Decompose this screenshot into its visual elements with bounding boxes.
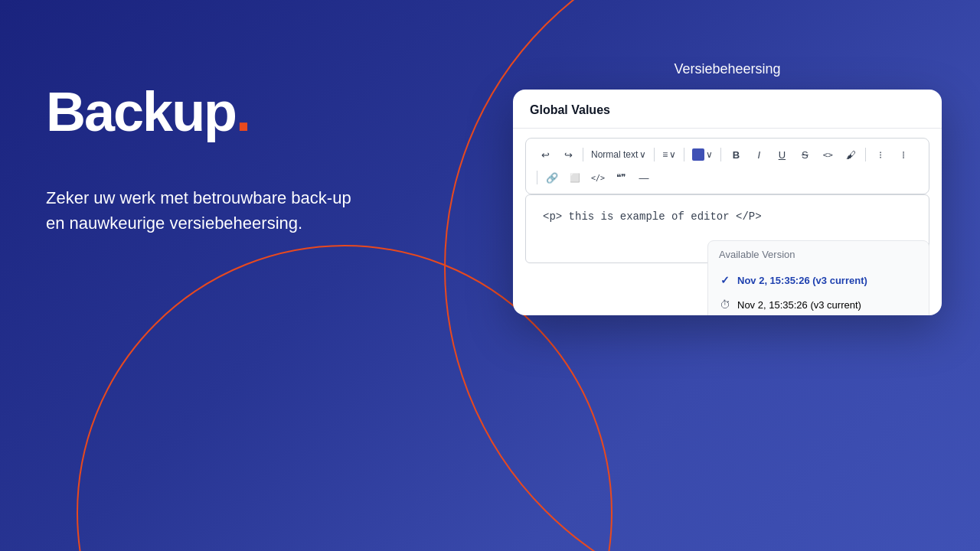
version-item-2[interactable]: ⏱ Nov 2, 15:35:26 (v3 current) bbox=[708, 292, 929, 315]
brand-dot: . bbox=[236, 81, 250, 142]
color-chevron-icon: ∨ bbox=[706, 149, 713, 160]
code-block-button[interactable]: </> bbox=[588, 168, 608, 187]
toolbar-sep-1 bbox=[583, 148, 583, 161]
underline-button[interactable]: U bbox=[772, 145, 792, 165]
brand-subtitle: Zeker uw werk met betrouwbare back-up en… bbox=[46, 185, 351, 236]
format-dropdown-label: Normal text bbox=[591, 149, 638, 160]
editor-header: Global Values bbox=[513, 90, 942, 129]
bold-button[interactable]: B bbox=[726, 145, 746, 165]
align-dropdown[interactable]: ≡ ∨ bbox=[659, 148, 679, 161]
format-dropdown[interactable]: Normal text ∨ bbox=[588, 148, 649, 161]
bullet-list-button[interactable]: ⁝ bbox=[871, 145, 890, 165]
version-item-1[interactable]: ✓ Nov 2, 15:35:26 (v3 current) bbox=[708, 268, 929, 292]
image-button[interactable]: ⬜ bbox=[565, 168, 585, 187]
link-button[interactable]: 🔗 bbox=[542, 168, 562, 187]
color-picker[interactable]: ∨ bbox=[689, 147, 716, 162]
strikethrough-button[interactable]: S bbox=[795, 145, 815, 165]
versie-label: Versiebeheersing bbox=[513, 61, 942, 77]
code-inline-button[interactable]: <> bbox=[818, 145, 838, 165]
toolbar-sep-4 bbox=[720, 148, 721, 161]
toolbar-sep-5 bbox=[865, 148, 866, 161]
version-overlay: Available Version ✓ Nov 2, 15:35:26 (v3 … bbox=[707, 240, 929, 315]
brand-name: Backup bbox=[46, 81, 236, 142]
subtitle-line2: en nauwkeurige versiebeheersing. bbox=[46, 214, 302, 233]
ordered-list-button[interactable]: ⁞ bbox=[893, 145, 913, 165]
version-item-2-label: Nov 2, 15:35:26 (v3 current) bbox=[737, 299, 861, 311]
toolbar-sep-3 bbox=[684, 148, 684, 161]
align-chevron-icon: ∨ bbox=[669, 149, 676, 160]
undo-button[interactable]: ↩ bbox=[535, 145, 555, 165]
editor-toolbar: ↩ ↪ Normal text ∨ ≡ ∨ ∨ B I U S <> 🖌 bbox=[525, 138, 929, 194]
version-item-1-label: Nov 2, 15:35:26 (v3 current) bbox=[737, 275, 867, 286]
toolbar-sep-6 bbox=[537, 171, 537, 184]
color-box bbox=[692, 148, 704, 161]
editor-title: Global Values bbox=[530, 103, 925, 117]
align-icon: ≡ bbox=[662, 149, 668, 160]
paint-button[interactable]: 🖌 bbox=[841, 145, 861, 165]
clock-icon-2: ⏱ bbox=[719, 298, 731, 311]
brand-title: Backup. bbox=[46, 84, 351, 139]
editor-panel: Global Values ↩ ↪ Normal text ∨ ≡ ∨ ∨ B … bbox=[513, 90, 942, 315]
italic-button[interactable]: I bbox=[749, 145, 769, 165]
check-icon: ✓ bbox=[719, 274, 731, 286]
version-dropdown: Available Version ✓ Nov 2, 15:35:26 (v3 … bbox=[707, 240, 929, 315]
hr-button[interactable]: — bbox=[634, 168, 654, 187]
quote-button[interactable]: ❝❞ bbox=[611, 168, 631, 187]
format-chevron-icon: ∨ bbox=[639, 149, 646, 160]
editor-panel-wrapper: Versiebeheersing Global Values ↩ ↪ Norma… bbox=[513, 61, 942, 315]
editor-text: <p> this is example of editor </P> bbox=[543, 210, 762, 223]
left-content: Backup. Zeker uw werk met betrouwbare ba… bbox=[46, 84, 351, 236]
toolbar-sep-2 bbox=[654, 148, 655, 161]
subtitle-line1: Zeker uw werk met betrouwbare back-up bbox=[46, 188, 351, 207]
redo-button[interactable]: ↪ bbox=[558, 145, 578, 165]
editor-body: <p> this is example of editor </P> Avail… bbox=[513, 194, 942, 285]
version-dropdown-header: Available Version bbox=[708, 241, 929, 268]
